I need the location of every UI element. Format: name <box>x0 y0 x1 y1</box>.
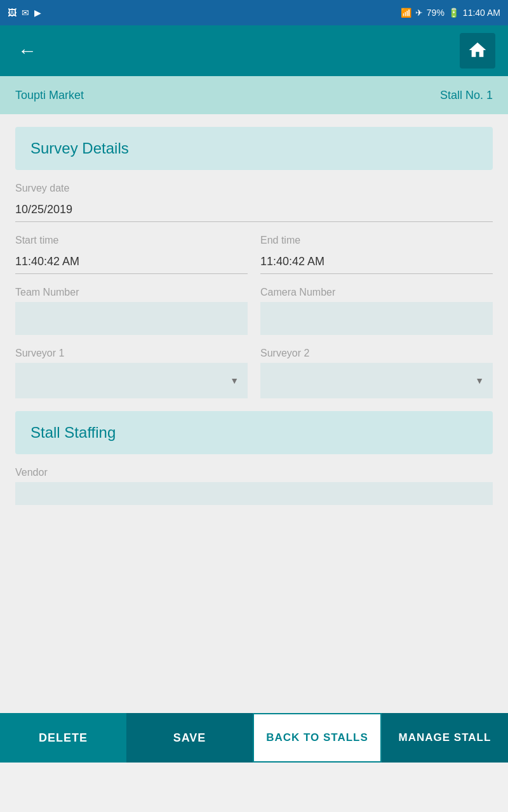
battery-level: 79% <box>427 8 444 18</box>
camera-number-field-group: Camera Number <box>260 287 493 335</box>
surveyor2-select[interactable] <box>260 363 493 398</box>
surveyor1-select-wrapper <box>15 363 248 398</box>
vendor-field-group: Vendor <box>15 467 493 505</box>
survey-details-title: Survey Details <box>30 140 129 157</box>
battery-icon: 🔋 <box>448 8 459 18</box>
end-time-label: End time <box>260 235 493 246</box>
stall-staffing-title: Stall Staffing <box>30 424 116 441</box>
stall-number: Stall No. 1 <box>440 89 493 102</box>
time-fields-row: Start time End time <box>15 235 493 274</box>
home-icon <box>467 40 488 62</box>
main-content: Survey Details Survey date Start time En… <box>0 114 508 713</box>
camera-number-label: Camera Number <box>260 287 493 298</box>
team-camera-fields-row: Team Number Camera Number <box>15 287 493 335</box>
start-time-label: Start time <box>15 235 248 246</box>
clock-time: 11:40 AM <box>463 8 500 18</box>
manage-stall-button[interactable]: MANAGE STALL <box>382 713 508 763</box>
status-bar: 🖼 ✉ ▶ 📶 ✈ 79% 🔋 11:40 AM <box>0 0 508 25</box>
email-icon: ✉ <box>22 8 29 18</box>
survey-date-input[interactable] <box>15 198 493 222</box>
nav-bar: ← <box>0 25 508 76</box>
camera-number-input[interactable] <box>260 302 493 335</box>
stall-staffing-section-header: Stall Staffing <box>15 411 493 454</box>
market-name: Toupti Market <box>15 89 84 102</box>
play-icon: ▶ <box>34 8 41 18</box>
surveyor2-field-group: Surveyor 2 <box>260 348 493 398</box>
wifi-icon: 📶 <box>401 8 411 18</box>
surveyors-fields-row: Surveyor 1 Surveyor 2 <box>15 348 493 398</box>
team-number-input[interactable] <box>15 302 248 335</box>
bottom-buttons: DELETE SAVE BACK TO STALLS MANAGE STALL <box>0 713 508 812</box>
save-button[interactable]: SAVE <box>126 713 253 763</box>
breadcrumb-bar: Toupti Market Stall No. 1 <box>0 76 508 114</box>
back-button[interactable]: ← <box>13 35 42 67</box>
back-to-stalls-button[interactable]: BACK TO STALLS <box>253 713 382 763</box>
image-icon: 🖼 <box>8 8 17 18</box>
survey-details-section-header: Survey Details <box>15 127 493 170</box>
end-time-input[interactable] <box>260 250 493 274</box>
surveyor1-select[interactable] <box>15 363 248 398</box>
status-bar-right: 📶 ✈ 79% 🔋 11:40 AM <box>401 8 500 18</box>
airplane-icon: ✈ <box>415 8 423 18</box>
survey-date-field-group: Survey date <box>15 183 493 222</box>
vendor-input-area[interactable] <box>15 482 493 505</box>
vendor-label: Vendor <box>15 467 493 478</box>
surveyor1-field-group: Surveyor 1 <box>15 348 248 398</box>
team-number-field-group: Team Number <box>15 287 248 335</box>
survey-date-label: Survey date <box>15 183 493 194</box>
back-arrow-icon: ← <box>18 40 37 61</box>
end-time-field-group: End time <box>260 235 493 274</box>
start-time-field-group: Start time <box>15 235 248 274</box>
surveyor1-label: Surveyor 1 <box>15 348 248 359</box>
start-time-input[interactable] <box>15 250 248 274</box>
status-bar-left-icons: 🖼 ✉ ▶ <box>8 8 41 18</box>
home-button[interactable] <box>460 33 495 69</box>
delete-button[interactable]: DELETE <box>0 713 126 763</box>
surveyor2-select-wrapper <box>260 363 493 398</box>
surveyor2-label: Surveyor 2 <box>260 348 493 359</box>
team-number-label: Team Number <box>15 287 248 298</box>
